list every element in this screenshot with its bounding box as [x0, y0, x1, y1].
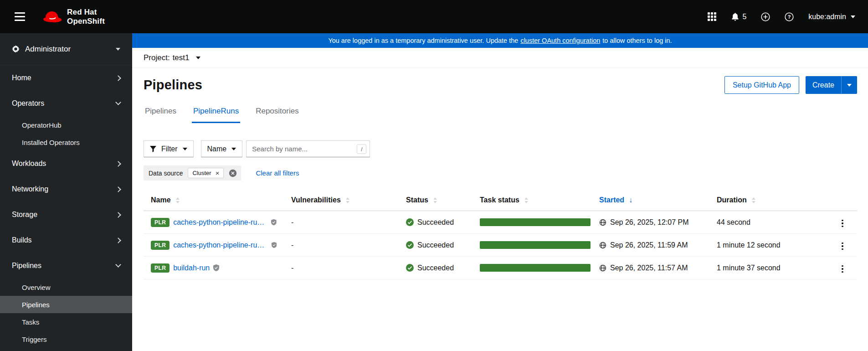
task-status-bar	[480, 264, 591, 272]
signed-badge-icon	[272, 242, 277, 248]
setup-github-app-button[interactable]: Setup GitHub App	[724, 76, 799, 94]
column-label: Vulnerabilities	[291, 196, 341, 204]
sidebar-item-operatorhub[interactable]: OperatorHub	[0, 116, 132, 134]
redhat-openshift-logo[interactable]: Red Hat OpenShift	[41, 8, 105, 25]
column-header-vulnerabilities[interactable]: Vulnerabilities	[291, 196, 349, 204]
user-menu-button[interactable]: kube:admin	[807, 12, 856, 22]
started-timestamp: Sep 26, 2025, 11:57 AM	[610, 264, 688, 272]
create-button[interactable]: Create	[806, 76, 857, 94]
chevron-right-icon	[115, 186, 121, 192]
chevron-down-icon	[115, 262, 121, 268]
add-button[interactable]	[760, 11, 771, 22]
vulnerabilities-cell: -	[284, 211, 399, 234]
sidebar-item-pipelines-pipelines[interactable]: Pipelines	[0, 296, 132, 313]
row-kebab-menu[interactable]	[837, 240, 848, 253]
clear-all-filters-link[interactable]: Clear all filters	[256, 169, 299, 177]
sidebar-item-installed-operators[interactable]: Installed Operators	[0, 134, 132, 151]
sidebar-item-builds[interactable]: Builds	[0, 227, 132, 253]
banner-text-suffix: to allow others to log in.	[602, 37, 672, 44]
sort-icon	[752, 197, 755, 203]
pipelinerun-link[interactable]: buildah-run	[173, 264, 210, 272]
duration-cell: 1 minute 37 second	[709, 257, 830, 279]
status-label: Succeeded	[417, 218, 454, 227]
nav-toggle-icon[interactable]	[12, 10, 28, 24]
svg-text:?: ?	[788, 14, 791, 20]
column-label: Started	[599, 196, 624, 204]
tab-repositories[interactable]: Repositories	[254, 107, 300, 123]
brand-text: Red Hat OpenShift	[67, 8, 105, 25]
app-launcher-button[interactable]	[707, 11, 717, 22]
perspective-switcher[interactable]: Administrator	[0, 33, 132, 65]
pipelinerun-badge: PLR	[151, 263, 169, 273]
chevron-down-icon	[115, 99, 121, 105]
sidebar-item-label: Triggers	[22, 336, 46, 343]
duration-cell: 1 minute 12 second	[709, 234, 830, 257]
globe-icon	[599, 242, 606, 249]
sidebar-item-workloads[interactable]: Workloads	[0, 151, 132, 176]
column-label: Status	[406, 196, 428, 204]
column-header-name[interactable]: Name	[151, 196, 180, 204]
success-check-icon	[406, 241, 414, 249]
column-header-actions	[830, 192, 857, 211]
project-label: Project:	[144, 53, 170, 62]
sidebar-item-storage[interactable]: Storage	[0, 202, 132, 227]
table-row: PLR caches-python-pipeline-run-dc5vg - S…	[144, 234, 857, 257]
chevron-down-icon	[847, 84, 852, 87]
filter-dropdown[interactable]: Filter	[144, 140, 194, 157]
sidebar-item-pipelines[interactable]: Pipelines	[0, 253, 132, 279]
column-header-task-status[interactable]: Task status	[480, 196, 528, 204]
page-title: Pipelines	[144, 77, 202, 93]
perspective-label: Administrator	[25, 45, 71, 54]
banner-text-prefix: You are logged in as a temporary adminis…	[328, 37, 518, 44]
column-header-duration[interactable]: Duration	[717, 196, 755, 204]
tab-pipelineruns[interactable]: PipelineRuns	[192, 107, 240, 123]
sidebar-item-label: Overview	[22, 284, 51, 291]
table-row: PLR buildah-run - Succeeded Sep 26,	[144, 257, 857, 279]
help-button[interactable]: ?	[784, 11, 795, 22]
notifications-button[interactable]: 5	[730, 11, 747, 22]
project-selector[interactable]: Project: test1	[132, 48, 868, 68]
sidebar-item-pipelines-tasks[interactable]: Tasks	[0, 313, 132, 330]
times-circle-icon	[229, 169, 237, 177]
pipelinerun-link[interactable]: caches-python-pipeline-run-dc5vg	[173, 241, 268, 249]
sidebar-item-operators[interactable]: Operators	[0, 91, 132, 116]
sidebar-item-label: Networking	[12, 185, 48, 193]
filter-type-dropdown[interactable]: Name	[201, 140, 243, 157]
chevron-right-icon	[115, 161, 121, 167]
search-box: /	[246, 140, 370, 157]
signed-badge-icon	[271, 219, 277, 226]
sidebar-item-label: Operators	[12, 99, 44, 108]
row-kebab-menu[interactable]	[837, 217, 848, 230]
row-kebab-menu[interactable]	[837, 263, 848, 276]
column-header-started[interactable]: Started↓	[599, 196, 632, 204]
remove-chip-group-button[interactable]	[229, 169, 237, 177]
task-status-bar	[480, 218, 591, 226]
masthead: Red Hat OpenShift 5	[0, 0, 868, 33]
chevron-down-icon	[183, 148, 187, 150]
filter-toolbar: Filter Name /	[144, 140, 857, 157]
tab-bar: Pipelines PipelineRuns Repositories	[144, 107, 857, 123]
search-input[interactable]	[246, 140, 370, 157]
status-label: Succeeded	[417, 264, 454, 272]
notification-count-badge: 5	[742, 13, 746, 21]
remove-chip-icon[interactable]: ×	[216, 170, 220, 176]
sort-icon	[433, 197, 437, 203]
project-value: test1	[173, 53, 190, 62]
pipelinerun-link[interactable]: caches-python-pipeline-run-rl2wj	[173, 218, 267, 227]
sidebar-item-label: OperatorHub	[22, 121, 62, 129]
plus-circle-icon	[761, 12, 770, 21]
cluster-oauth-configuration-link[interactable]: cluster OAuth configuration	[520, 37, 600, 44]
signed-badge-icon	[213, 264, 219, 271]
sidebar-item-home[interactable]: Home	[0, 65, 132, 91]
filter-funnel-icon	[150, 146, 156, 152]
tab-pipelines[interactable]: Pipelines	[144, 107, 178, 123]
success-check-icon	[406, 218, 414, 226]
sidebar-item-pipelines-triggers[interactable]: Triggers	[0, 330, 132, 348]
sidebar-item-pipelines-overview[interactable]: Overview	[0, 279, 132, 296]
column-header-status[interactable]: Status	[406, 196, 437, 204]
chevron-down-icon	[231, 148, 236, 150]
create-dropdown-toggle[interactable]	[842, 76, 857, 94]
sort-icon	[524, 197, 528, 203]
redhat-fedora-icon	[41, 10, 62, 24]
sidebar-item-networking[interactable]: Networking	[0, 176, 132, 202]
